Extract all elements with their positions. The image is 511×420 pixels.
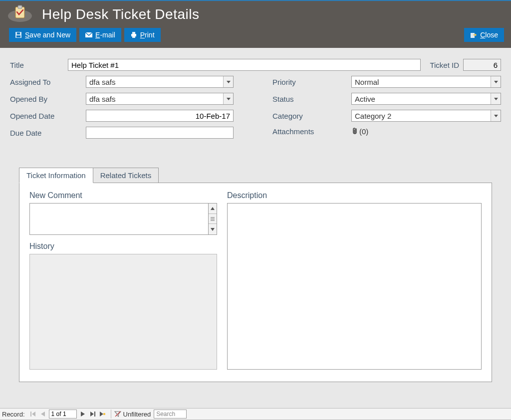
tab-related-tickets[interactable]: Related Tickets — [93, 168, 159, 183]
paperclip-icon — [351, 127, 358, 136]
attachments-count: (0) — [359, 127, 368, 136]
history-area — [29, 254, 217, 370]
assigned-to-value: dfa safs — [89, 78, 116, 86]
mail-icon — [85, 31, 92, 38]
new-comment-label: New Comment — [29, 191, 217, 200]
close-label: lose — [485, 31, 498, 39]
print-label: rint — [145, 31, 154, 39]
status-value: Active — [355, 95, 375, 103]
priority-value: Normal — [355, 78, 379, 86]
chevron-down-icon — [223, 76, 233, 87]
chevron-down-icon — [491, 110, 501, 121]
new-comment-input[interactable] — [29, 203, 208, 235]
title-label: Title — [10, 61, 68, 69]
tab-container: Ticket Information Related Tickets New C… — [19, 168, 492, 382]
tab-panel: New Comment History — [19, 183, 492, 382]
save-and-new-button[interactable]: Save and New — [9, 28, 76, 42]
filter-icon[interactable] — [114, 411, 121, 418]
window-header: Help Desk Ticket Details Save and New E-… — [0, 1, 511, 48]
svg-rect-5 — [17, 32, 20, 34]
svg-rect-8 — [132, 32, 135, 34]
assigned-to-dropdown[interactable]: dfa safs — [86, 76, 234, 88]
svg-rect-15 — [94, 412, 95, 417]
ticket-id-label: Ticket ID — [430, 61, 459, 69]
comment-scrollbar — [208, 203, 217, 235]
chevron-down-icon — [491, 76, 501, 87]
save-icon — [15, 31, 22, 38]
due-date-input[interactable] — [86, 127, 234, 139]
opened-by-dropdown[interactable]: dfa safs — [86, 93, 234, 105]
save-and-new-label: ave and New — [29, 31, 70, 39]
email-button[interactable]: E-mail — [79, 28, 121, 42]
description-input[interactable] — [227, 203, 482, 370]
close-button[interactable]: Close — [464, 28, 504, 42]
record-position-input[interactable] — [49, 410, 77, 419]
record-label: Record: — [2, 411, 25, 418]
tab-label: Ticket Information — [26, 171, 86, 180]
opened-date-input[interactable] — [86, 110, 234, 122]
status-label: Status — [272, 95, 351, 103]
scroll-grip-icon[interactable] — [209, 214, 217, 224]
attachments-label: Attachments — [272, 127, 351, 136]
scroll-down-button[interactable] — [209, 224, 217, 234]
svg-rect-14 — [30, 412, 31, 417]
tab-label: Related Tickets — [100, 171, 152, 180]
assigned-to-label: Assigned To — [10, 78, 86, 86]
nav-first-button[interactable] — [28, 409, 38, 419]
nav-new-button[interactable] — [98, 409, 108, 419]
separator — [111, 410, 111, 419]
page-title: Help Desk Ticket Details — [42, 6, 199, 22]
history-label: History — [29, 242, 217, 251]
svg-rect-2 — [18, 5, 22, 8]
print-button[interactable]: Print — [124, 28, 161, 42]
category-dropdown[interactable]: Category 2 — [351, 110, 501, 122]
filter-status-label: Unfiltered — [123, 411, 151, 418]
description-label: Description — [227, 191, 482, 200]
record-navigator: Record: Unfiltered — [0, 408, 511, 420]
opened-date-label: Opened Date — [10, 112, 86, 120]
opened-by-value: dfa safs — [89, 95, 116, 103]
svg-point-16 — [103, 413, 105, 415]
toolbar: Save and New E-mail Print Close — [0, 25, 511, 46]
nav-prev-button[interactable] — [38, 409, 48, 419]
tab-ticket-information[interactable]: Ticket Information — [19, 168, 93, 183]
category-label: Category — [272, 112, 351, 120]
svg-rect-9 — [132, 36, 135, 38]
nav-last-button[interactable] — [88, 409, 98, 419]
record-search-input[interactable] — [154, 410, 187, 419]
print-icon — [130, 31, 137, 38]
due-date-label: Due Date — [10, 129, 86, 137]
title-input[interactable] — [68, 59, 421, 71]
status-dropdown[interactable]: Active — [351, 93, 501, 105]
priority-dropdown[interactable]: Normal — [351, 76, 501, 88]
ticket-id-value — [463, 59, 501, 71]
nav-next-button[interactable] — [78, 409, 88, 419]
svg-rect-4 — [16, 35, 20, 37]
attachments-field[interactable]: (0) — [351, 127, 368, 136]
category-value: Category 2 — [355, 112, 391, 120]
email-label: -mail — [100, 31, 115, 39]
priority-label: Priority — [272, 78, 351, 86]
app-icon — [7, 5, 33, 24]
scroll-up-button[interactable] — [209, 204, 217, 214]
form-area: Title Ticket ID Assigned To dfa safs Ope… — [0, 48, 511, 387]
opened-by-label: Opened By — [10, 95, 86, 103]
chevron-down-icon — [223, 93, 233, 104]
svg-rect-10 — [471, 33, 475, 38]
chevron-down-icon — [491, 93, 501, 104]
close-icon — [470, 31, 477, 38]
